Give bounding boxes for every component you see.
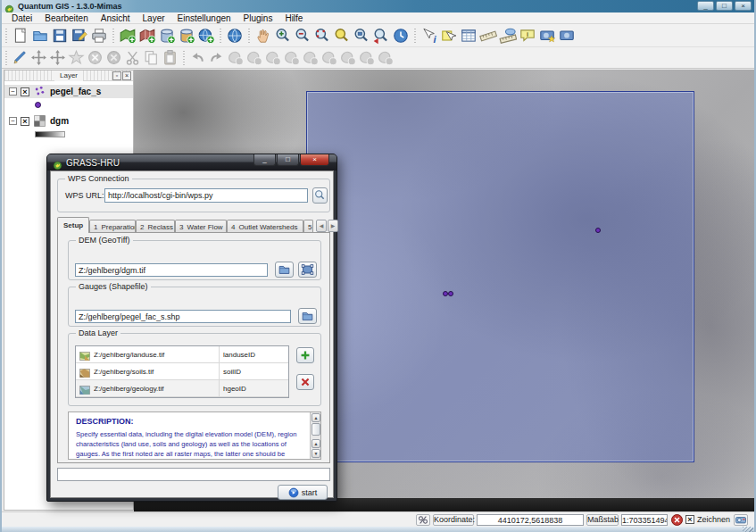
gauges-browse-button[interactable] [298, 308, 317, 324]
layer-checkbox[interactable]: × [21, 117, 29, 126]
capture-line-icon[interactable] [245, 49, 262, 66]
split-features-icon[interactable] [377, 49, 394, 66]
crs-status-icon[interactable] [734, 514, 748, 526]
new-project-icon[interactable] [12, 27, 29, 45]
description-scrollbar[interactable]: ▲ ▲ ▼ [310, 412, 320, 459]
paste-features-icon[interactable] [162, 49, 179, 66]
add-layer-row-button[interactable] [296, 347, 314, 363]
zoom-full-icon[interactable] [333, 27, 351, 45]
save-project-icon[interactable] [51, 27, 69, 45]
add-wms-layer-icon[interactable] [197, 27, 215, 45]
identify-features-icon[interactable]: i [420, 27, 438, 45]
dialog-close-button[interactable]: × [300, 154, 329, 166]
menu-layer[interactable]: Layer [137, 12, 171, 24]
layers-panel-header[interactable]: Layer ▫ × [4, 71, 133, 81]
data-layer-row[interactable]: Z:/gehlberg/soils.tifsoilID [76, 363, 288, 380]
scroll-down-icon[interactable]: ▼ [312, 449, 320, 458]
progress-field[interactable] [57, 468, 330, 481]
reshape-features-icon[interactable] [358, 49, 375, 66]
data-layer-row[interactable]: Z:/gehlberg/geology.tifhgeoID [76, 380, 288, 397]
add-postgis-layer-icon[interactable] [158, 27, 176, 45]
zoom-out-icon[interactable] [294, 27, 312, 45]
tab-scroll-right-icon[interactable]: ▶ [328, 220, 338, 232]
new-bookmark-icon[interactable] [538, 27, 556, 45]
menu-ansicht[interactable]: Ansicht [95, 12, 137, 24]
mouse-position-icon[interactable] [416, 514, 430, 526]
open-project-icon[interactable] [31, 27, 49, 45]
tab-5[interactable]: 5 [303, 220, 313, 233]
close-button[interactable]: × [735, 1, 752, 11]
tab-preparation[interactable]: 1Preparation [89, 220, 136, 233]
maximize-button[interactable]: □ [716, 1, 733, 11]
start-button[interactable]: start [278, 485, 328, 500]
tab-scroll-left-icon[interactable]: ◀ [316, 220, 327, 232]
dem-browse-button[interactable] [275, 262, 294, 278]
menu-einstellungen[interactable]: Einstellungen [171, 12, 237, 24]
region-selection-rectangle[interactable] [306, 91, 694, 462]
delete-selected-icon[interactable] [87, 49, 104, 66]
menu-datei[interactable]: Datei [5, 12, 38, 24]
measure-area-icon[interactable] [499, 27, 517, 45]
expander-icon[interactable]: − [9, 87, 17, 96]
dialog-maximize-button[interactable]: □ [277, 154, 299, 166]
scale-field[interactable] [621, 514, 668, 526]
copy-features-icon[interactable] [143, 49, 160, 66]
layer-row-pegel-fac-s[interactable]: −×pegel_fac_s [4, 85, 133, 98]
move-vertex-icon[interactable] [49, 49, 66, 66]
menu-bearbeiten[interactable]: Bearbeiten [38, 12, 94, 24]
data-layer-row[interactable]: Z:/gehlberg/landuse.tiflanduseID [76, 346, 288, 363]
open-attribute-table-icon[interactable] [460, 27, 478, 45]
dock-float-icon[interactable]: ▫ [112, 71, 121, 80]
globe-icon[interactable] [226, 27, 244, 45]
capture-point-icon[interactable] [227, 49, 244, 66]
zoom-to-selection-icon[interactable] [313, 27, 331, 45]
zoom-to-layer-icon[interactable] [353, 27, 370, 45]
cut-features-icon[interactable] [124, 49, 141, 66]
dock-close-icon[interactable]: × [122, 71, 131, 80]
wps-url-input[interactable] [104, 188, 308, 203]
undo-icon[interactable] [189, 49, 206, 66]
scroll-up-icon[interactable]: ▲ [312, 413, 320, 422]
render-checkbox[interactable]: × [685, 515, 694, 524]
menu-hilfe[interactable]: Hilfe [278, 12, 309, 24]
gauge-point[interactable] [595, 228, 601, 233]
refresh-icon[interactable] [392, 27, 410, 45]
tab-reclass[interactable]: 2Reclass [136, 220, 175, 233]
tab-setup[interactable]: Setup [57, 217, 89, 233]
node-tool-icon[interactable] [68, 49, 85, 66]
print-composer-icon[interactable] [90, 27, 108, 45]
move-feature-icon[interactable] [30, 49, 47, 66]
add-island-icon[interactable] [339, 49, 356, 66]
pan-map-icon[interactable] [254, 27, 272, 45]
dialog-minimize-button[interactable]: _ [253, 154, 276, 166]
minimize-button[interactable]: _ [697, 1, 714, 11]
save-project-as-icon[interactable] [71, 27, 88, 45]
redo-icon[interactable] [208, 49, 225, 66]
menu-plugins[interactable]: Plugins [237, 12, 279, 24]
delete-ring-icon[interactable] [302, 49, 319, 66]
tab-water-flow[interactable]: 3Water Flow [175, 220, 227, 233]
add-vector-layer-icon[interactable] [119, 27, 137, 45]
dem-extent-button[interactable] [298, 262, 317, 278]
toggle-editing-icon[interactable] [12, 49, 29, 66]
show-bookmarks-icon[interactable] [558, 27, 576, 45]
expander-icon[interactable]: − [9, 117, 17, 125]
layer-checkbox[interactable]: × [21, 87, 29, 96]
wps-test-button[interactable] [312, 187, 328, 204]
add-database-layer-icon[interactable] [178, 27, 195, 45]
tab-outlet-watersheds[interactable]: 4Outlet Watersheds [227, 220, 303, 233]
dialog-title-bar[interactable]: GRASS-HRU _ □ × [47, 154, 336, 170]
add-ring-icon[interactable] [320, 49, 337, 66]
gauges-path-input[interactable] [75, 310, 291, 323]
zoom-last-icon[interactable] [372, 27, 390, 45]
measure-line-icon[interactable] [479, 27, 497, 45]
stop-render-icon[interactable] [671, 514, 683, 526]
map-tips-icon[interactable]: i [519, 27, 536, 45]
zoom-in-icon[interactable] [274, 27, 292, 45]
resize-grip[interactable] [743, 527, 753, 532]
delete-layer-row-button[interactable] [296, 374, 314, 390]
layer-row-dgm[interactable]: −×dgm [4, 114, 133, 128]
scroll-up2-icon[interactable]: ▲ [312, 439, 320, 448]
add-raster-layer-icon[interactable] [138, 27, 156, 45]
dem-path-input[interactable] [75, 263, 268, 277]
